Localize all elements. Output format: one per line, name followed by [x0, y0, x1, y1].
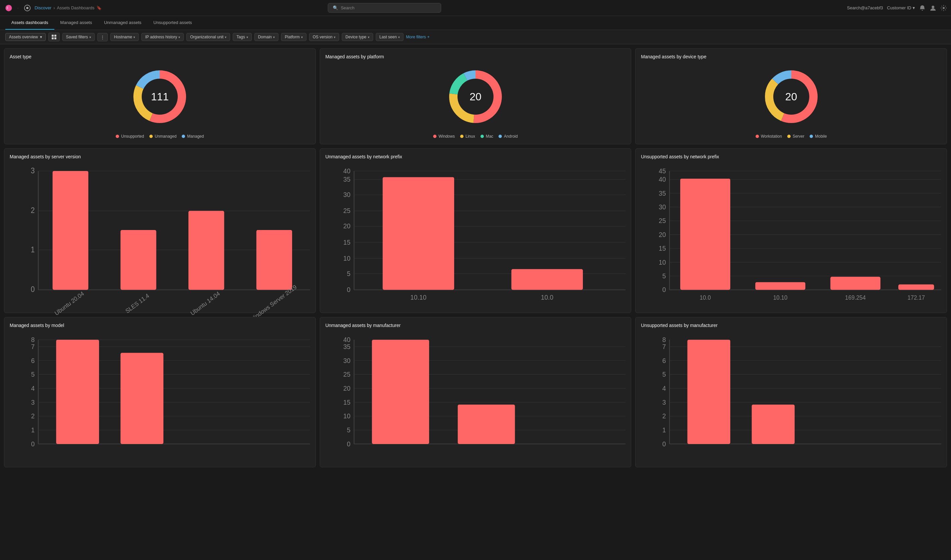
svg-text:2: 2 — [31, 412, 35, 420]
svg-text:4: 4 — [663, 384, 666, 392]
svg-rect-89 — [831, 277, 881, 290]
saved-filters-label: Saved filters — [66, 35, 88, 39]
unmanaged-manufacturer-card: Unmanaged assets by manufacturer 0 5 10 … — [320, 317, 632, 467]
more-filters-btn[interactable]: More filters + — [406, 35, 429, 39]
svg-text:0: 0 — [663, 440, 666, 448]
search-area: 🔍 Search — [285, 3, 485, 13]
legend-item-mobile: Mobile — [809, 134, 826, 138]
svg-text:7: 7 — [31, 343, 35, 350]
svg-rect-33 — [53, 171, 88, 290]
svg-text:5: 5 — [347, 426, 351, 434]
settings-icon[interactable] — [940, 5, 947, 11]
svg-rect-116 — [120, 353, 163, 444]
legend-dot-unsupported — [116, 135, 119, 138]
svg-text:0: 0 — [347, 440, 351, 448]
last-seen-filter-btn[interactable]: Last seen ▾ — [376, 33, 403, 41]
legend-label-server: Server — [792, 134, 804, 138]
svg-rect-115 — [56, 340, 99, 444]
tab-unsupported-assets[interactable]: Unsupported assets — [148, 16, 198, 30]
managed-device-legend: Workstation Server Mobile — [756, 134, 827, 138]
assets-overview-select[interactable]: Assets overview ▾ — [5, 33, 46, 41]
breadcrumb-bookmark[interactable]: 🔖 — [96, 5, 102, 10]
ip-address-filter-btn[interactable]: IP address history ▾ — [142, 33, 184, 41]
domain-filter-btn[interactable]: Domain ▾ — [254, 33, 279, 41]
svg-rect-6 — [52, 35, 54, 37]
saved-filters-btn[interactable]: Saved filters ▾ — [62, 33, 95, 41]
svg-text:10.10: 10.10 — [773, 294, 788, 302]
svg-rect-34 — [120, 230, 156, 290]
svg-text:35: 35 — [659, 189, 666, 197]
managed-platform-donut: 20 — [445, 67, 506, 127]
legend-item-managed: Managed — [182, 134, 204, 138]
svg-text:4: 4 — [31, 384, 35, 392]
svg-text:0: 0 — [31, 440, 35, 448]
asset-type-donut: 111 — [130, 67, 190, 127]
more-filters-icon: + — [427, 35, 429, 39]
svg-text:172.17: 172.17 — [908, 294, 925, 302]
more-options-btn[interactable]: ⋮ — [97, 33, 108, 42]
unsupported-manufacturer-chart: 0 1 2 3 4 5 6 7 8 — [641, 332, 941, 471]
svg-text:10: 10 — [343, 254, 350, 262]
device-type-filter-btn[interactable]: Device type ▾ — [342, 33, 373, 41]
device-type-label: Device type — [345, 35, 366, 39]
unsupported-network-card: Unsupported assets by network prefix 0 5… — [635, 148, 947, 313]
breadcrumb: Discover › Assets Dashboards 🔖 — [35, 5, 102, 10]
svg-text:10.0: 10.0 — [700, 294, 711, 302]
tab-unmanaged-assets[interactable]: Unmanaged assets — [98, 16, 148, 30]
tags-filter-btn[interactable]: Tags ▾ — [233, 33, 251, 41]
svg-text:5: 5 — [31, 371, 35, 378]
os-version-filter-btn[interactable]: OS version ▾ — [309, 33, 339, 41]
svg-text:40: 40 — [343, 167, 350, 175]
svg-text:10.0: 10.0 — [541, 294, 554, 302]
managed-server-version-card: Managed assets by server version 0 1 2 3 — [4, 148, 316, 313]
svg-rect-136 — [372, 340, 429, 444]
legend-label-linux: Linux — [465, 134, 475, 138]
svg-text:169.254: 169.254 — [845, 294, 866, 302]
svg-text:10: 10 — [659, 258, 666, 266]
unmanaged-network-chart: 0 5 10 15 20 25 30 35 40 10.10 10.0 — [325, 163, 626, 317]
org-unit-filter-btn[interactable]: Organizational unit ▾ — [186, 33, 230, 41]
breadcrumb-discover[interactable]: Discover — [35, 5, 52, 10]
tab-managed-assets[interactable]: Managed assets — [54, 16, 98, 30]
tab-assets-dashboards[interactable]: Assets dashboards — [5, 16, 54, 30]
legend-dot-server — [787, 135, 791, 138]
user-icon[interactable] — [929, 5, 936, 11]
legend-dot-managed — [182, 135, 185, 138]
svg-text:3: 3 — [663, 398, 666, 406]
svg-text:2: 2 — [31, 206, 35, 215]
svg-text:7: 7 — [663, 343, 666, 350]
svg-text:40: 40 — [343, 336, 350, 343]
view-toggle-btn[interactable] — [48, 33, 60, 42]
legend-dot-linux — [460, 135, 463, 138]
legend-dot-unmanaged — [149, 135, 153, 138]
user-id: Search@a7acebf3 — [847, 5, 883, 10]
svg-rect-35 — [188, 211, 224, 290]
platform-filter-btn[interactable]: Platform ▾ — [281, 33, 306, 41]
legend-item-server: Server — [787, 134, 804, 138]
svg-text:30: 30 — [343, 191, 350, 198]
managed-device-title: Managed assets by device type — [641, 54, 941, 59]
legend-item-mac: Mac — [480, 134, 494, 138]
tabs-bar: Assets dashboards Managed assets Unmanag… — [0, 16, 951, 30]
logo: E — [4, 3, 13, 13]
more-filters-label: More filters — [406, 35, 426, 39]
breadcrumb-sep: › — [53, 5, 55, 10]
svg-text:30: 30 — [343, 357, 350, 364]
svg-text:15: 15 — [343, 238, 350, 246]
legend-item-android: Android — [499, 134, 517, 138]
svg-rect-61 — [382, 177, 454, 290]
svg-rect-87 — [680, 178, 730, 290]
svg-text:35: 35 — [343, 176, 350, 183]
customer-id-selector[interactable]: Customer ID ▾ — [887, 5, 915, 10]
unmanaged-manufacturer-chart: 0 5 10 15 20 25 30 35 40 — [325, 332, 626, 471]
hostname-filter-btn[interactable]: Hostname ▾ — [110, 33, 139, 41]
svg-rect-8 — [52, 37, 54, 39]
os-chevron: ▾ — [334, 35, 335, 39]
platform-chevron: ▾ — [301, 35, 303, 39]
managed-platform-title: Managed assets by platform — [325, 54, 626, 59]
svg-text:8: 8 — [663, 336, 666, 343]
search-box[interactable]: 🔍 Search — [328, 3, 441, 13]
notifications-icon[interactable] — [919, 5, 926, 11]
svg-text:E: E — [7, 6, 9, 10]
svg-text:0: 0 — [663, 286, 666, 294]
